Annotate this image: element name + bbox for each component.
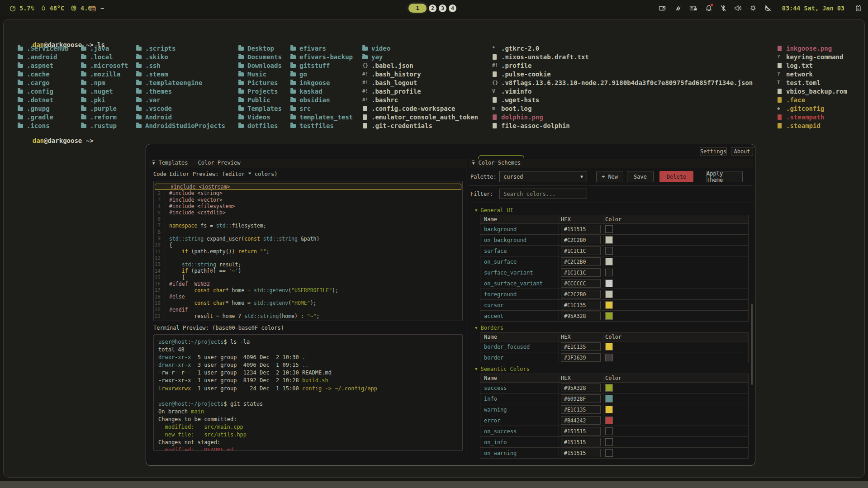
terminal-line: On branch main [158, 408, 462, 416]
tab-color-preview[interactable]: Color Preview [198, 160, 240, 166]
folder-icon [18, 64, 23, 68]
hex-value-input[interactable]: #151515 [561, 438, 601, 446]
hex-value-input[interactable]: #CCCCCC [561, 279, 601, 288]
color-swatch[interactable] [605, 449, 613, 457]
hex-value-input[interactable]: #C2C2B0 [561, 290, 601, 298]
hex-value-input[interactable]: #E1C135 [561, 405, 601, 414]
color-swatch[interactable] [605, 427, 613, 435]
tray-cat-icon[interactable] [855, 5, 862, 12]
column-header: Name [480, 333, 559, 341]
clock[interactable]: 03:44 Sat, Jan 03 [782, 5, 844, 12]
memory-chip-icon [70, 5, 77, 12]
tab-templates[interactable]: Templates [158, 160, 188, 166]
night-light-off-icon[interactable] [764, 5, 772, 12]
temperature-icon [40, 5, 47, 12]
file-name: .bash_profile [371, 88, 421, 95]
file-name: yay [371, 53, 383, 61]
file-name: obsidian [299, 96, 330, 104]
workspace-3[interactable]: 3 [439, 5, 446, 12]
bell-notification-icon[interactable] [705, 5, 712, 12]
workspace-2[interactable]: 2 [429, 5, 436, 12]
palette-label: Palette: [470, 174, 497, 180]
hex-value-input[interactable]: #3F3639 [561, 353, 601, 362]
apply-theme-button[interactable]: Apply Theme [706, 171, 743, 182]
color-swatch[interactable] [605, 395, 613, 403]
file-name: .gnupg [27, 105, 50, 112]
tab-color-schemes[interactable]: Color Schemes [478, 160, 521, 166]
about-button[interactable]: About [731, 147, 753, 156]
terminal-line: total 48 [158, 346, 462, 354]
file-item: Documents [238, 52, 282, 61]
bluetooth-off-icon[interactable] [720, 5, 726, 12]
hex-value-input[interactable]: #1C1C1C [561, 268, 601, 277]
terminal-preview[interactable]: user@host:~/projects$ ls -latotal 48drwx… [153, 334, 463, 451]
color-swatch[interactable] [605, 406, 613, 413]
hex-value-input[interactable]: #95A328 [561, 384, 601, 392]
file-name: testfiles [299, 122, 334, 129]
folder-icon [238, 55, 244, 59]
file-name: .microsoft [90, 62, 128, 69]
color-swatch[interactable] [605, 343, 613, 351]
section-title[interactable]: ▼Semantic Colors [475, 365, 753, 373]
hex-value-input[interactable]: #95A328 [561, 312, 601, 320]
delete-button[interactable]: Delete [659, 171, 693, 182]
color-swatch[interactable] [605, 258, 613, 265]
code-editor-preview[interactable]: #include <iostream>2#include <string>3#i… [153, 181, 463, 321]
wind-icon[interactable] [674, 5, 682, 12]
hex-value-input[interactable]: #C2C2B0 [561, 257, 601, 266]
save-button[interactable]: Save [627, 171, 654, 182]
hex-value-input[interactable]: #151515 [561, 449, 601, 457]
keyboard-lock-icon[interactable] [689, 5, 697, 12]
hex-value-input[interactable]: #1C1C1C [561, 246, 601, 255]
folder-icon [238, 90, 244, 94]
workspace-4[interactable]: 4 [449, 5, 456, 12]
cpu-usage[interactable]: 5.7% [19, 5, 34, 12]
column-header: Color [603, 215, 748, 223]
color-swatch[interactable] [605, 301, 613, 309]
hex-value-input[interactable]: #E1C135 [561, 342, 601, 351]
file-item: *.gtkrc-2.0 [492, 44, 753, 52]
color-row: border_focused#E1C135 [480, 341, 748, 352]
fullscreen-terminal: dan@darkgoose ~> ls .ServiceHub.android.… [3, 19, 865, 478]
hex-value-input[interactable]: #151515 [561, 427, 601, 436]
color-swatch[interactable] [605, 236, 613, 244]
scrollbar-thumb[interactable] [751, 303, 753, 385]
home-path-label[interactable]: ~ [100, 5, 104, 12]
new-palette-button[interactable]: + New [596, 171, 623, 182]
palette-select[interactable]: cursed ▼ [499, 171, 587, 182]
hex-value-input[interactable]: #B44242 [561, 416, 601, 425]
color-swatch[interactable] [605, 280, 613, 287]
terminal-line: Changes to be committed: [158, 416, 462, 424]
color-swatch[interactable] [605, 247, 613, 255]
file-item: .purple [81, 104, 128, 113]
color-swatch[interactable] [605, 269, 613, 276]
settings-button[interactable]: Settings [700, 147, 727, 156]
ls-column: .ServiceHub.android.aspnet.cache.cargo.c… [18, 44, 69, 130]
editor-preview-title: Code Editor Preview: (editor_* colors) [153, 171, 278, 177]
hex-value-input[interactable]: #E1C135 [561, 301, 601, 309]
code-line: 11 if (path.empty()) return ""; [154, 248, 462, 255]
filter-search-input[interactable] [499, 189, 587, 199]
brightness-icon[interactable] [749, 5, 757, 12]
color-swatch[interactable] [605, 384, 613, 392]
color-swatch[interactable] [605, 354, 613, 361]
color-swatch[interactable] [605, 438, 613, 446]
workspace-1[interactable]: 1 [408, 4, 427, 13]
volume-icon[interactable] [734, 5, 742, 12]
folder-icon [18, 47, 23, 51]
hex-value-input[interactable]: #60928F [561, 394, 601, 403]
hex-value-input[interactable]: #151515 [561, 225, 601, 233]
terminal-cat-icon[interactable] [89, 5, 97, 12]
temperature[interactable]: 48°C [50, 5, 65, 12]
panel-collapse-icon[interactable]: ▼ [152, 161, 155, 166]
color-swatch[interactable] [605, 417, 613, 424]
color-name: on_surface_variant [480, 278, 559, 289]
hex-value-input[interactable]: #C2C2B0 [561, 236, 601, 244]
section-title[interactable]: ▼Borders [475, 324, 753, 332]
panel-collapse-icon[interactable]: ▼ [472, 161, 474, 166]
color-swatch[interactable] [605, 290, 613, 298]
screencast-icon[interactable] [659, 5, 667, 12]
section-title[interactable]: ▼General UI [475, 207, 753, 214]
color-swatch[interactable] [605, 225, 613, 233]
color-swatch[interactable] [605, 312, 613, 320]
